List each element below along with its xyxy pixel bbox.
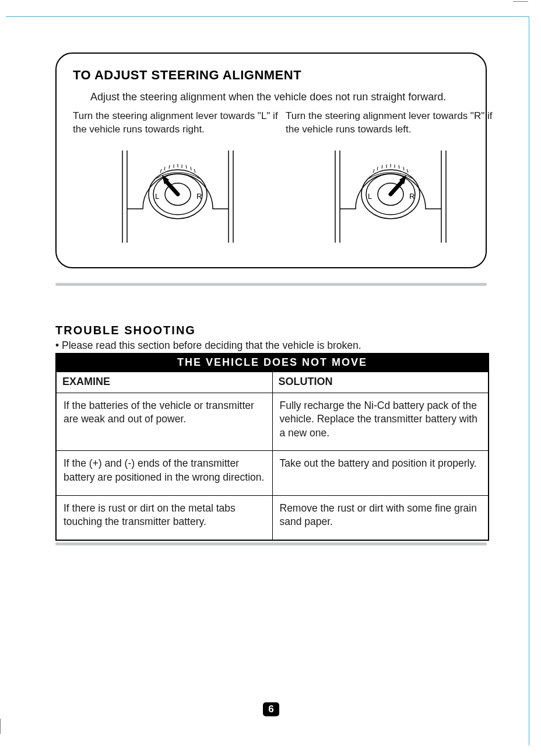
cell-solution: Take out the battery and position it pro… <box>272 451 489 495</box>
svg-line-14 <box>186 165 187 169</box>
cell-solution: Fully recharge the Ni-Cd battery pack of… <box>272 393 489 451</box>
svg-line-26 <box>382 165 382 169</box>
dial-label-L: L <box>155 192 159 201</box>
panel-right-text: Turn the steering alignment lever toward… <box>286 110 496 136</box>
table-header-row: EXAMINE SOLUTION <box>56 372 489 393</box>
svg-line-15 <box>191 167 191 170</box>
table-title: THE VEHICLE DOES NOT MOVE <box>56 354 489 372</box>
cell-solution: Remove the rust or dirt with some fine g… <box>272 495 489 540</box>
page-content: TO ADJUST STEERING ALIGNMENT Adjust the … <box>23 29 519 729</box>
crop-mark-horizontal <box>513 1 528 2</box>
page-number-badge: 6 <box>263 702 279 716</box>
panel-title: TO ADJUST STEERING ALIGNMENT <box>73 68 301 83</box>
svg-line-25 <box>377 167 378 170</box>
table-header-examine: EXAMINE <box>56 372 272 393</box>
table-row: If the (+) and (-) ends of the transmitt… <box>56 451 489 495</box>
table-row: If the batteries of the vehicle or trans… <box>56 393 489 451</box>
cell-examine: If the batteries of the vehicle or trans… <box>56 393 272 451</box>
panel-left-text: Turn the steering alignment lever toward… <box>73 110 283 136</box>
table-title-row: THE VEHICLE DOES NOT MOVE <box>56 354 489 372</box>
svg-line-16 <box>194 169 195 173</box>
svg-line-31 <box>403 167 404 170</box>
panel-subtitle: Adjust the steering alignment when the v… <box>90 91 446 103</box>
dial-label-R: R <box>196 192 202 201</box>
dial-right: L R <box>286 143 496 245</box>
section-divider <box>55 283 487 286</box>
svg-line-24 <box>373 169 374 173</box>
dial-label-L: L <box>368 192 372 201</box>
section-divider <box>55 542 487 545</box>
cell-examine: If there is rust or dirt on the metal ta… <box>56 495 272 540</box>
table-header-solution: SOLUTION <box>272 372 489 393</box>
steering-dial-right-icon: L R <box>324 145 458 244</box>
table-row: If there is rust or dirt on the metal ta… <box>56 495 489 540</box>
dial-left: L R <box>73 143 283 245</box>
troubleshoot-table: THE VEHICLE DOES NOT MOVE EXAMINE SOLUTI… <box>55 353 489 541</box>
svg-line-8 <box>160 169 161 173</box>
svg-line-30 <box>399 165 399 169</box>
steering-dial-left-icon: L R <box>111 145 245 244</box>
troubleshoot-heading: TROUBLE SHOOTING <box>55 324 196 337</box>
dial-label-R: R <box>409 192 414 201</box>
svg-line-32 <box>407 169 408 173</box>
troubleshoot-note: • Please read this section before decidi… <box>55 340 361 352</box>
crop-mark-vertical <box>0 719 1 734</box>
cell-examine: If the (+) and (-) ends of the transmitt… <box>56 451 272 495</box>
svg-line-9 <box>164 167 165 170</box>
svg-line-10 <box>169 165 170 169</box>
steering-panel: TO ADJUST STEERING ALIGNMENT Adjust the … <box>55 52 487 268</box>
